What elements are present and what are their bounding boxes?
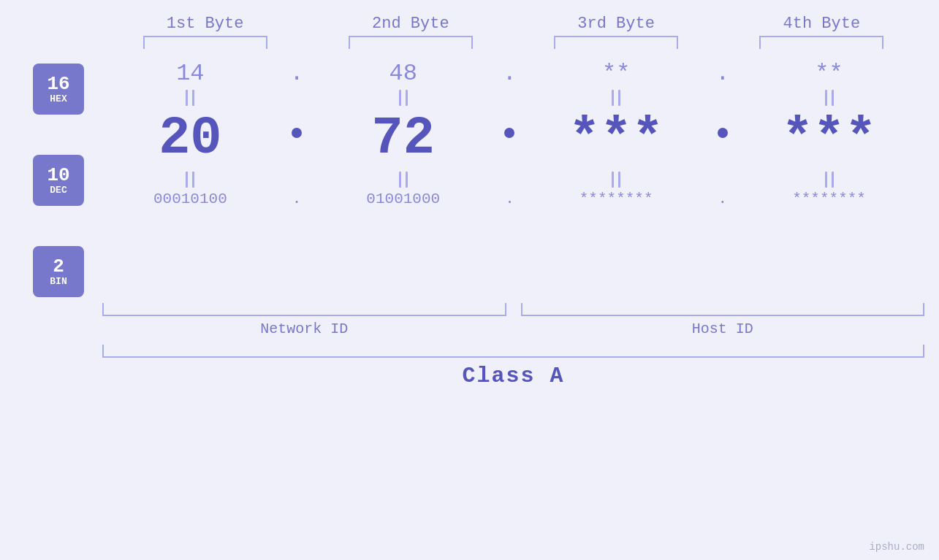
hex-cell-4: ** — [749, 60, 910, 87]
bin-cell-2: 01001000 — [323, 191, 484, 207]
top-brackets-row — [0, 36, 939, 49]
parallel-cell-2-2 — [323, 172, 484, 188]
bin-value-4: ******** — [792, 191, 866, 207]
bin-dot-3: . — [712, 191, 734, 207]
byte-headers: 1st Byte 2nd Byte 3rd Byte 4th Byte — [0, 15, 939, 33]
class-label-row: Class A — [102, 364, 924, 388]
dec-value-2: 72 — [372, 109, 435, 169]
bottom-section: Network ID Host ID — [0, 303, 939, 337]
hex-value-3: ** — [602, 60, 630, 87]
hex-value-4: ** — [815, 60, 843, 87]
dec-cell-4: *** — [749, 109, 910, 169]
hex-dot-3: . — [712, 60, 734, 87]
dec-value-1: 20 — [159, 109, 221, 169]
bracket-3 — [554, 36, 678, 49]
bottom-brackets — [102, 303, 924, 316]
dec-value-3: *** — [569, 109, 664, 169]
badge-hex-number: 16 — [47, 74, 69, 95]
bracket-1-wrapper — [125, 36, 286, 49]
host-id-label: Host ID — [521, 321, 925, 337]
hex-cell-3: ** — [536, 60, 696, 87]
bin-cell-3: ******** — [536, 191, 696, 207]
parallel-cell-1-2 — [323, 90, 484, 106]
parallel-row-1 — [95, 87, 924, 109]
content-area: 16 HEX 10 DEC 2 BIN 14 . — [0, 56, 939, 297]
parallel-lines-2-3 — [612, 172, 620, 188]
bin-value-3: ******** — [579, 191, 653, 207]
hex-value-1: 14 — [176, 60, 204, 87]
badge-dec-number: 10 — [47, 165, 69, 186]
bottom-labels: Network ID Host ID — [102, 321, 924, 337]
bin-cell-1: 00010100 — [110, 191, 270, 207]
hex-dot-2: . — [498, 60, 520, 87]
parallel-cell-2-4 — [749, 172, 910, 188]
dec-row: 20 72 *** *** — [95, 109, 924, 169]
hex-value-2: 48 — [389, 60, 417, 87]
bracket-3-wrapper — [536, 36, 696, 49]
bin-dot-2: . — [498, 191, 520, 207]
class-row: Class A — [0, 345, 939, 388]
parallel-lines-1-1 — [186, 90, 194, 106]
hex-cell-1: 14 — [110, 60, 270, 87]
bracket-2 — [349, 36, 473, 49]
parallel-lines-1-2 — [399, 90, 408, 106]
watermark: ipshu.com — [869, 541, 924, 553]
dec-value-4: *** — [782, 109, 877, 169]
bracket-4 — [759, 36, 883, 49]
dec-dot-circle-1 — [292, 128, 302, 138]
parallel-lines-2-4 — [825, 172, 834, 188]
badge-bin: 2 BIN — [33, 246, 84, 297]
badge-hex: 16 HEX — [33, 64, 84, 115]
parallel-cell-1-3 — [536, 90, 696, 106]
hex-dot-1: . — [286, 60, 308, 87]
main-container: 1st Byte 2nd Byte 3rd Byte 4th Byte 16 H… — [0, 0, 939, 560]
parallel-cell-1-4 — [749, 90, 910, 106]
dec-dot-circle-3 — [718, 128, 728, 138]
badge-bin-number: 2 — [53, 256, 64, 277]
dec-dot-circle-2 — [504, 128, 514, 138]
dec-cell-2: 72 — [323, 109, 484, 169]
dec-cell-3: *** — [536, 109, 696, 169]
bin-dot-1: . — [286, 191, 308, 207]
bin-cell-4: ******** — [749, 191, 910, 207]
class-bracket — [102, 345, 924, 358]
badge-hex-label: HEX — [50, 94, 66, 104]
hex-cell-2: 48 — [323, 60, 484, 87]
byte-header-2: 2nd Byte — [330, 15, 491, 33]
parallel-lines-2-1 — [186, 172, 194, 188]
parallel-cell-2-1 — [110, 172, 270, 188]
parallel-lines-1-4 — [825, 90, 834, 106]
dec-dot-3 — [712, 128, 734, 150]
parallel-lines-1-3 — [612, 90, 620, 106]
badge-bin-label: BIN — [50, 277, 66, 287]
class-label: Class A — [462, 364, 564, 388]
network-id-label: Network ID — [102, 321, 506, 337]
dec-cell-1: 20 — [110, 109, 270, 169]
bin-value-2: 01001000 — [366, 191, 440, 207]
byte-header-1: 1st Byte — [125, 15, 286, 33]
parallel-row-2 — [95, 169, 924, 191]
parallel-cell-2-3 — [536, 172, 696, 188]
bracket-1 — [143, 36, 267, 49]
parallel-lines-2-2 — [399, 172, 408, 188]
dec-dot-2 — [498, 128, 520, 150]
host-id-bracket — [521, 303, 925, 316]
dec-dot-1 — [286, 128, 308, 150]
badges-column: 16 HEX 10 DEC 2 BIN — [0, 56, 95, 297]
bracket-4-wrapper — [741, 36, 902, 49]
ip-rows: 14 . 48 . ** . ** — [95, 56, 939, 207]
bin-value-1: 00010100 — [153, 191, 227, 207]
network-id-bracket — [102, 303, 506, 316]
bracket-2-wrapper — [330, 36, 491, 49]
byte-header-4: 4th Byte — [741, 15, 902, 33]
badge-dec: 10 DEC — [33, 155, 84, 206]
bin-row: 00010100 . 01001000 . ******** . — [95, 191, 924, 207]
badge-dec-label: DEC — [50, 185, 66, 196]
parallel-cell-1-1 — [110, 90, 270, 106]
byte-header-3: 3rd Byte — [536, 15, 696, 33]
hex-row: 14 . 48 . ** . ** — [95, 60, 924, 87]
